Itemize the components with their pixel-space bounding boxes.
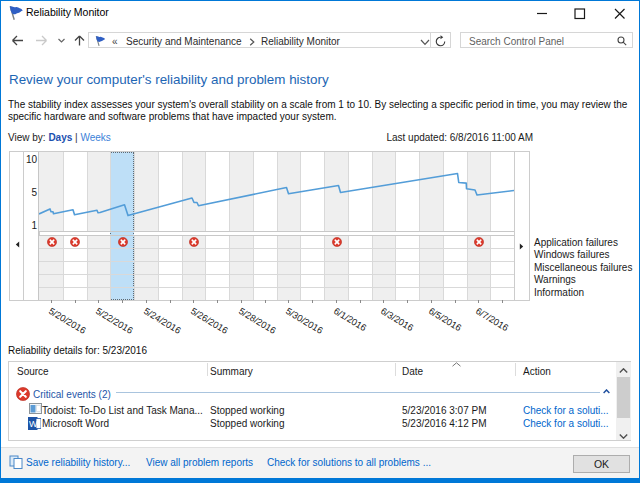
svg-text:W: W <box>29 419 38 429</box>
